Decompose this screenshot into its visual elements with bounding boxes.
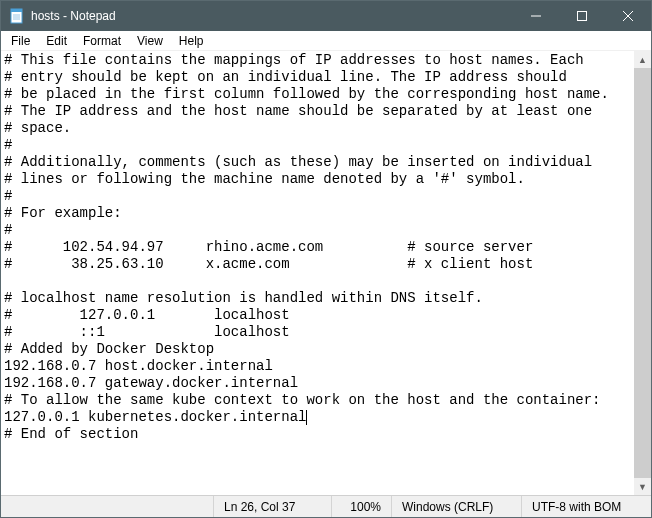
menu-format[interactable]: Format bbox=[75, 32, 129, 50]
menubar: File Edit Format View Help bbox=[1, 31, 651, 51]
notepad-icon bbox=[9, 8, 25, 24]
svg-rect-1 bbox=[11, 9, 22, 12]
svg-rect-6 bbox=[578, 12, 587, 21]
statusbar: Ln 26, Col 37 100% Windows (CRLF) UTF-8 … bbox=[1, 495, 651, 517]
close-button[interactable] bbox=[605, 1, 651, 31]
menu-view[interactable]: View bbox=[129, 32, 171, 50]
menu-help[interactable]: Help bbox=[171, 32, 212, 50]
status-position: Ln 26, Col 37 bbox=[213, 496, 331, 517]
window-title: hosts - Notepad bbox=[31, 9, 513, 23]
vertical-scrollbar[interactable]: ▲ ▼ bbox=[634, 51, 651, 495]
text-editor[interactable]: # This file contains the mappings of IP … bbox=[1, 51, 634, 495]
window-controls bbox=[513, 1, 651, 31]
scroll-track[interactable] bbox=[634, 68, 651, 478]
scroll-thumb[interactable] bbox=[634, 68, 651, 478]
scroll-down-arrow-icon[interactable]: ▼ bbox=[634, 478, 651, 495]
status-zoom: 100% bbox=[331, 496, 391, 517]
minimize-button[interactable] bbox=[513, 1, 559, 31]
status-line-ending: Windows (CRLF) bbox=[391, 496, 521, 517]
maximize-button[interactable] bbox=[559, 1, 605, 31]
status-spacer bbox=[1, 496, 213, 517]
scroll-up-arrow-icon[interactable]: ▲ bbox=[634, 51, 651, 68]
status-encoding: UTF-8 with BOM bbox=[521, 496, 651, 517]
editor-wrap: # This file contains the mappings of IP … bbox=[1, 51, 651, 495]
titlebar: hosts - Notepad bbox=[1, 1, 651, 31]
menu-file[interactable]: File bbox=[3, 32, 38, 50]
menu-edit[interactable]: Edit bbox=[38, 32, 75, 50]
